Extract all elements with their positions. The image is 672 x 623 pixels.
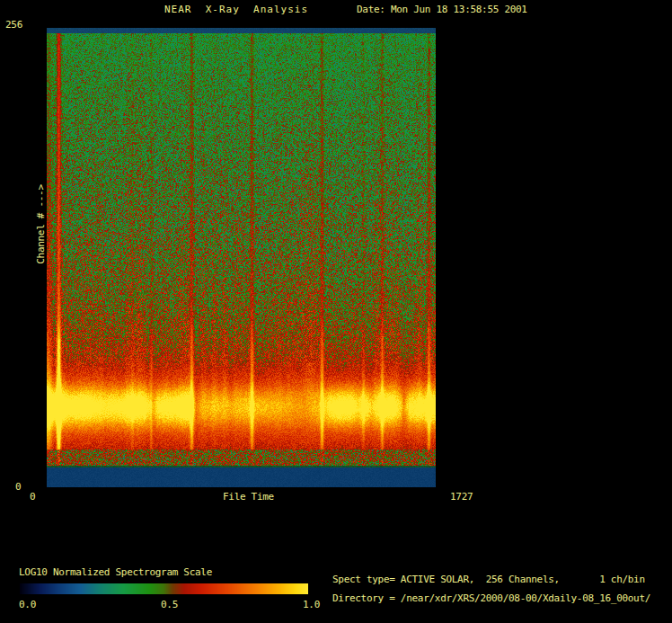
app-window: NEAR X-Ray Analysis Date: Mon Jun 18 13:… bbox=[0, 0, 672, 623]
colorbar-title: LOG10 Normalized Spectrogram Scale bbox=[19, 566, 212, 578]
colorbar-tick-max: 1.0 bbox=[303, 599, 320, 610]
page-title: NEAR X-Ray Analysis bbox=[164, 4, 308, 15]
colorbar-tick-mid: 0.5 bbox=[161, 599, 178, 610]
directory-info: Directory = /near/xdr/XRS/2000/08-00/Xda… bbox=[332, 592, 650, 604]
spectrogram-plot bbox=[47, 28, 436, 487]
colorbar-tick-min: 0.0 bbox=[19, 599, 36, 610]
x-axis-max-label: 1727 bbox=[450, 491, 473, 503]
y-axis-min-label: 0 bbox=[15, 481, 21, 493]
colorbar-gradient bbox=[20, 583, 308, 594]
y-axis-max-label: 256 bbox=[5, 19, 22, 31]
date-label: Date: Mon Jun 18 13:58:55 2001 bbox=[357, 4, 527, 15]
x-axis-min-label: 0 bbox=[30, 491, 35, 503]
y-axis-title: Channel # ---> bbox=[35, 183, 47, 266]
x-axis-title: File Time bbox=[223, 491, 274, 503]
spect-type-info: Spect type= ACTIVE SOLAR, 256 Channels, … bbox=[332, 574, 645, 585]
